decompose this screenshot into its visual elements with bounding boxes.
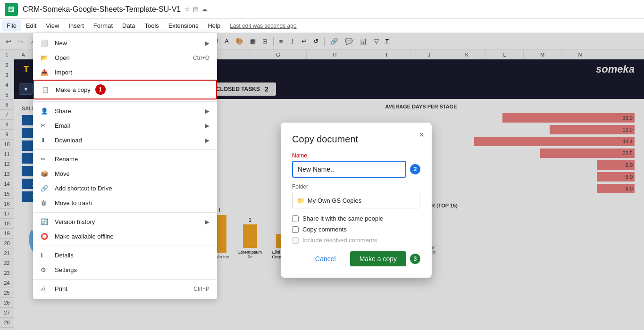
menu-item-insert[interactable]: Insert bbox=[64, 20, 89, 31]
menu-item-add-shortcut[interactable]: 🔗 Add shortcut to Drive bbox=[33, 181, 217, 196]
shortcut-icon: 🔗 bbox=[41, 185, 50, 192]
menu-item-data[interactable]: Data bbox=[117, 20, 140, 31]
svg-rect-3 bbox=[9, 10, 12, 11]
menu-item-format[interactable]: Format bbox=[89, 20, 117, 31]
copy-dialog: Copy document × Name 2 Folder 📁 My Own G… bbox=[281, 123, 432, 278]
menu-item-extensions[interactable]: Extensions bbox=[164, 20, 203, 31]
include-resolved-checkbox[interactable] bbox=[292, 237, 299, 244]
folder-selector[interactable]: 📁 My Own GS Copies bbox=[292, 193, 420, 208]
name-label: Name bbox=[292, 152, 420, 159]
menu-item-offline[interactable]: ⭕ Make available offline bbox=[33, 229, 217, 244]
menu-item-tools[interactable]: Tools bbox=[140, 20, 163, 31]
menu-item-share[interactable]: 👤 Share ▶ bbox=[33, 104, 217, 118]
copy-icon: 📋 bbox=[42, 86, 51, 93]
menu-item-make-copy[interactable]: 📋 Make a copy 1 bbox=[33, 80, 217, 99]
menu-item-view[interactable]: View bbox=[41, 20, 64, 31]
menu-item-version-history[interactable]: 🔄 Version history ▶ bbox=[33, 214, 217, 229]
menu-item-open[interactable]: 📂 Open Ctrl+O bbox=[33, 50, 217, 65]
menu-item-trash[interactable]: 🗑 Move to trash bbox=[33, 196, 217, 210]
make-copy-button[interactable]: Make a copy bbox=[350, 251, 406, 266]
share-checkbox[interactable] bbox=[292, 215, 299, 222]
svg-rect-1 bbox=[9, 8, 13, 8]
last-edit-text[interactable]: Last edit was seconds ago bbox=[230, 23, 296, 29]
import-icon: 📥 bbox=[41, 69, 50, 76]
cancel-button[interactable]: Cancel bbox=[306, 251, 345, 266]
details-icon: ℹ bbox=[41, 252, 50, 259]
share-icon: 👤 bbox=[41, 107, 50, 115]
menu-item-settings[interactable]: ⚙ Settings bbox=[33, 263, 217, 277]
menu-item-move[interactable]: 📦 Move bbox=[33, 166, 217, 181]
arrow-icon-history: ▶ bbox=[205, 218, 209, 225]
include-resolved-row: Include resolved comments bbox=[292, 237, 420, 244]
copy-comments-row: Copy comments bbox=[292, 226, 420, 233]
drive-icon[interactable]: ▤ bbox=[193, 6, 199, 13]
copy-comments-checkbox[interactable] bbox=[292, 226, 299, 233]
open-icon: 📂 bbox=[41, 54, 50, 61]
menu-item-rename[interactable]: ✏ Rename bbox=[33, 152, 217, 166]
cloud-icon: ☁ bbox=[201, 6, 208, 13]
move-icon: 📦 bbox=[41, 170, 50, 177]
dialog-actions: Cancel Make a copy 3 bbox=[292, 251, 420, 266]
star-icon[interactable]: ☆ bbox=[184, 6, 190, 13]
folder-label: Folder bbox=[292, 183, 420, 190]
dialog-title: Copy document bbox=[292, 134, 420, 145]
trash-icon: 🗑 bbox=[41, 199, 50, 206]
arrow-icon-email: ▶ bbox=[205, 122, 209, 129]
settings-icon: ⚙ bbox=[41, 266, 50, 273]
history-icon: 🔄 bbox=[41, 218, 50, 225]
menu-bar: File Edit View Insert Format Data Tools … bbox=[0, 19, 644, 33]
menu-item-download[interactable]: ⬇ Download ▶ bbox=[33, 133, 217, 148]
badge-2: 2 bbox=[410, 164, 420, 174]
svg-rect-2 bbox=[9, 9, 13, 10]
menu-item-edit[interactable]: Edit bbox=[21, 20, 41, 31]
dialog-close-button[interactable]: × bbox=[419, 130, 424, 140]
print-icon: 🖨 bbox=[41, 285, 50, 292]
menu-item-email[interactable]: ✉ Email ▶ bbox=[33, 118, 217, 133]
arrow-icon: ▶ bbox=[205, 40, 209, 47]
arrow-icon-download: ▶ bbox=[205, 137, 209, 144]
file-menu: ⬜ New ▶ 📂 Open Ctrl+O 📥 Import 📋 Make a … bbox=[33, 33, 217, 299]
badge-1: 1 bbox=[95, 84, 106, 95]
menu-item-help[interactable]: Help bbox=[203, 20, 225, 31]
menu-item-print[interactable]: 🖨 Print Ctrl+P bbox=[33, 281, 217, 296]
new-icon: ⬜ bbox=[41, 40, 50, 47]
email-icon: ✉ bbox=[41, 122, 50, 129]
rename-icon: ✏ bbox=[41, 156, 50, 163]
menu-item-new[interactable]: ⬜ New ▶ bbox=[33, 36, 217, 50]
menu-item-import[interactable]: 📥 Import bbox=[33, 65, 217, 80]
doc-title: CRM-Someka-Google-Sheets-Template-SU-V1 bbox=[23, 5, 181, 14]
offline-icon: ⭕ bbox=[41, 233, 50, 240]
download-icon: ⬇ bbox=[41, 137, 50, 144]
menu-item-file[interactable]: File bbox=[2, 20, 21, 31]
app-icon bbox=[5, 3, 18, 16]
menu-item-details[interactable]: ℹ Details bbox=[33, 248, 217, 263]
badge-3: 3 bbox=[410, 254, 420, 264]
name-input[interactable] bbox=[292, 161, 406, 178]
share-checkbox-row: Share it with the same people bbox=[292, 215, 420, 222]
folder-icon: 📁 bbox=[297, 197, 305, 204]
arrow-icon-share: ▶ bbox=[205, 107, 209, 115]
